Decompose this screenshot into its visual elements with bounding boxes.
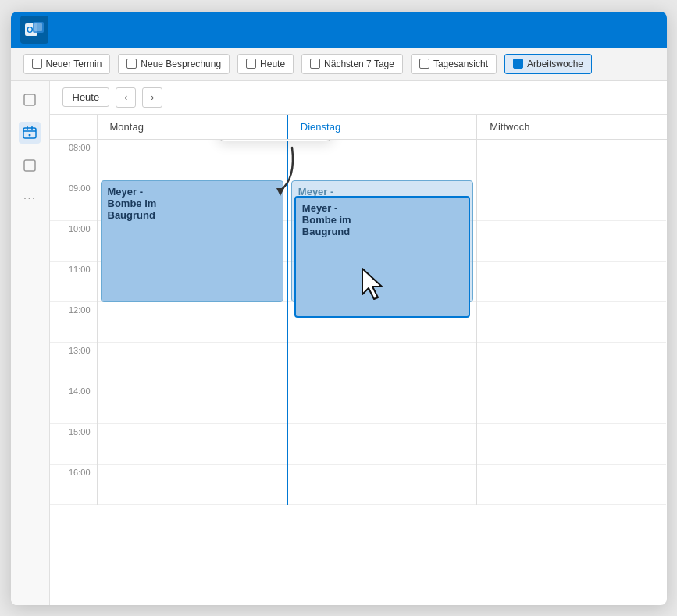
day-headers: Montag Dienstag Mittwoch bbox=[50, 115, 667, 140]
neue-besprechung-button[interactable]: Neue Besprechung bbox=[118, 54, 230, 74]
calendar-scroll[interactable]: 08:00 09:00 10:00 11:00 12:00 13:00 14:0… bbox=[50, 140, 667, 605]
svg-rect-3 bbox=[34, 23, 42, 31]
neuer-termin-button[interactable]: Neuer Termin bbox=[23, 54, 111, 74]
sidebar: ··· bbox=[11, 81, 50, 605]
tuesday-cell-7 bbox=[288, 424, 476, 465]
tuesday-cell-0 bbox=[288, 140, 476, 180]
wednesday-column bbox=[476, 140, 666, 505]
calendar-nav: Heute ‹ › bbox=[50, 81, 667, 115]
monday-cell-5 bbox=[98, 343, 287, 383]
sidebar-icon-square2[interactable] bbox=[19, 155, 41, 176]
time-1100: 11:00 bbox=[50, 262, 97, 302]
time-1300: 13:00 bbox=[50, 343, 97, 383]
time-0900: 09:00 bbox=[50, 180, 97, 221]
svg-point-9 bbox=[29, 134, 31, 136]
nav-today-button[interactable]: Heute bbox=[62, 87, 110, 107]
monday-cell-7 bbox=[98, 424, 287, 465]
day-header-montag: Montag bbox=[97, 115, 287, 139]
time-column: 08:00 09:00 10:00 11:00 12:00 13:00 14:0… bbox=[50, 140, 97, 505]
nav-prev-button[interactable]: ‹ bbox=[116, 87, 136, 108]
tagesansicht-button[interactable]: Tagesansicht bbox=[411, 54, 497, 74]
wednesday-cell-3 bbox=[477, 262, 666, 302]
monday-event[interactable]: Meyer -Bombe imBaugrund bbox=[101, 180, 283, 302]
wednesday-cell-7 bbox=[477, 424, 666, 465]
heute-checkbox bbox=[246, 59, 256, 69]
naechsten7tage-checkbox bbox=[310, 59, 320, 69]
nav-next-button[interactable]: › bbox=[142, 87, 162, 108]
sidebar-icon-more[interactable]: ··· bbox=[19, 187, 41, 209]
tuesday-main-title: Meyer -Bombe imBaugrund bbox=[302, 202, 351, 237]
svg-rect-10 bbox=[24, 160, 35, 171]
wednesday-cell-1 bbox=[477, 180, 666, 221]
copy-arrow bbox=[257, 140, 304, 202]
wednesday-cell-4 bbox=[477, 302, 666, 343]
toolbar: Neuer Termin Neue Besprechung Heute Näch… bbox=[11, 48, 667, 81]
time-1200: 12:00 bbox=[50, 302, 97, 343]
tuesday-cell-8 bbox=[288, 465, 476, 505]
calendar-grid: Montag Dienstag Mittwoch 08:00 09:00 10:… bbox=[50, 115, 667, 605]
tagesansicht-checkbox bbox=[419, 59, 429, 69]
tuesday-event-main[interactable]: Meyer -Bombe imBaugrund bbox=[294, 196, 470, 318]
time-1400: 14:00 bbox=[50, 383, 97, 424]
day-header-dienstag: Dienstag bbox=[287, 115, 476, 139]
arbeitswoche-button[interactable]: Arbeitswoche bbox=[504, 54, 592, 74]
monday-event-title: Meyer -Bombe imBaugrund bbox=[108, 186, 157, 221]
time-rows: 08:00 09:00 10:00 11:00 12:00 13:00 14:0… bbox=[50, 140, 667, 505]
header-spacer bbox=[50, 115, 97, 139]
naechsten7tage-button[interactable]: Nächsten 7 Tage bbox=[301, 54, 403, 74]
app-window: O Neuer Termin Neue Besprechung Heute Nä… bbox=[11, 12, 667, 605]
wednesday-cell-2 bbox=[477, 221, 666, 262]
sidebar-icon-calendar[interactable] bbox=[19, 122, 41, 144]
wednesday-cell-8 bbox=[477, 465, 666, 505]
content-area: ··· Heute ‹ › Montag Dienstag Mittwoch bbox=[11, 81, 667, 605]
monday-cell-8 bbox=[98, 465, 287, 505]
time-0800: 08:00 bbox=[50, 140, 97, 180]
sidebar-icon-square1[interactable] bbox=[19, 89, 41, 111]
copy-paste-tooltip: Copy & Paste bbox=[218, 140, 333, 141]
monday-cell-4 bbox=[98, 302, 287, 343]
time-1500: 15:00 bbox=[50, 424, 97, 465]
arbeitswoche-checkbox bbox=[513, 59, 523, 69]
title-bar: O bbox=[11, 12, 667, 48]
heute-button[interactable]: Heute bbox=[237, 54, 294, 74]
neuer-termin-checkbox bbox=[32, 59, 42, 69]
wednesday-cell-5 bbox=[477, 343, 666, 383]
svg-rect-5 bbox=[23, 128, 36, 138]
svg-rect-4 bbox=[24, 94, 35, 105]
time-1000: 10:00 bbox=[50, 221, 97, 262]
calendar-area: Heute ‹ › Montag Dienstag Mittwoch bbox=[50, 81, 667, 605]
outlook-logo: O bbox=[20, 16, 48, 44]
neue-besprechung-checkbox bbox=[126, 59, 137, 69]
wednesday-cell-0 bbox=[477, 140, 666, 180]
wednesday-cell-6 bbox=[477, 383, 666, 424]
day-header-mittwoch: Mittwoch bbox=[476, 115, 666, 139]
monday-cell-6 bbox=[98, 383, 287, 424]
time-1600: 16:00 bbox=[50, 465, 97, 505]
tuesday-column: Meyer -Bombe imBaugrund Meyer -Bombe imB… bbox=[287, 140, 476, 505]
svg-marker-11 bbox=[276, 188, 284, 196]
tuesday-cell-5 bbox=[288, 343, 476, 383]
svg-text:O: O bbox=[27, 25, 34, 34]
tuesday-cell-6 bbox=[288, 383, 476, 424]
